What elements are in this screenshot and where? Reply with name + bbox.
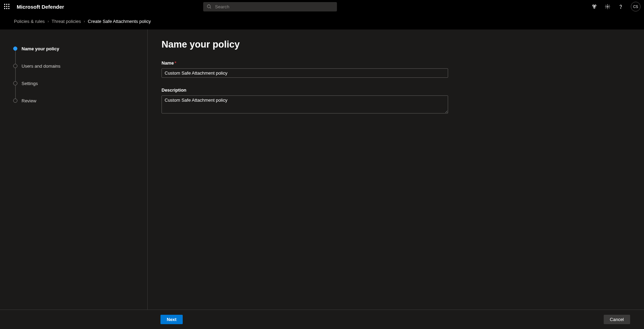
step-review[interactable]: Review xyxy=(13,92,147,109)
help-icon[interactable] xyxy=(618,3,624,10)
waffle-icon[interactable] xyxy=(4,4,10,9)
step-users-domains[interactable]: Users and domains xyxy=(13,57,147,75)
header-actions: CS xyxy=(591,2,641,11)
page-title: Name your policy xyxy=(162,39,630,50)
step-label: Settings xyxy=(22,81,38,86)
step-label: Review xyxy=(22,98,36,103)
search-container[interactable] xyxy=(203,2,337,11)
policy-description-input[interactable] xyxy=(162,95,448,113)
step-label: Users and domains xyxy=(22,64,60,69)
required-indicator: * xyxy=(174,60,176,66)
main-content: Name your policy Users and domains Setti… xyxy=(0,29,644,329)
description-field-group: Description xyxy=(162,87,448,115)
svg-line-1 xyxy=(210,8,211,9)
step-indicator-icon xyxy=(13,47,17,51)
search-input[interactable] xyxy=(215,4,333,9)
app-header: Microsoft Defender CS xyxy=(0,0,644,13)
description-label: Description xyxy=(162,87,448,93)
chevron-right-icon: › xyxy=(48,19,49,23)
breadcrumb-policies-rules[interactable]: Policies & rules xyxy=(14,19,45,24)
breadcrumb: Policies & rules › Threat policies › Cre… xyxy=(0,13,644,29)
breadcrumb-current: Create Safe Attachments policy xyxy=(88,19,151,24)
step-indicator-icon xyxy=(13,81,17,85)
name-label: Name* xyxy=(162,60,448,66)
svg-point-0 xyxy=(207,5,210,8)
user-avatar[interactable]: CS xyxy=(631,2,641,11)
step-indicator-icon xyxy=(13,99,17,103)
app-title: Microsoft Defender xyxy=(17,4,64,10)
name-field-group: Name* xyxy=(162,60,448,78)
svg-point-8 xyxy=(607,6,608,7)
community-icon[interactable] xyxy=(591,3,597,10)
step-label: Name your policy xyxy=(22,46,59,51)
form-content: Name your policy Name* Description xyxy=(148,29,644,329)
wizard-steps: Name your policy Users and domains Setti… xyxy=(0,29,148,329)
search-icon xyxy=(207,4,212,9)
policy-name-input[interactable] xyxy=(162,68,448,78)
step-settings[interactable]: Settings xyxy=(13,75,147,92)
step-indicator-icon xyxy=(13,64,17,68)
settings-icon[interactable] xyxy=(604,3,611,10)
svg-point-9 xyxy=(620,8,621,8)
wizard-footer: Next Cancel xyxy=(0,310,644,329)
breadcrumb-threat-policies[interactable]: Threat policies xyxy=(52,19,81,24)
chevron-right-icon: › xyxy=(84,19,85,23)
step-name-policy[interactable]: Name your policy xyxy=(13,40,147,57)
next-button[interactable]: Next xyxy=(160,315,183,324)
cancel-button[interactable]: Cancel xyxy=(604,315,630,324)
